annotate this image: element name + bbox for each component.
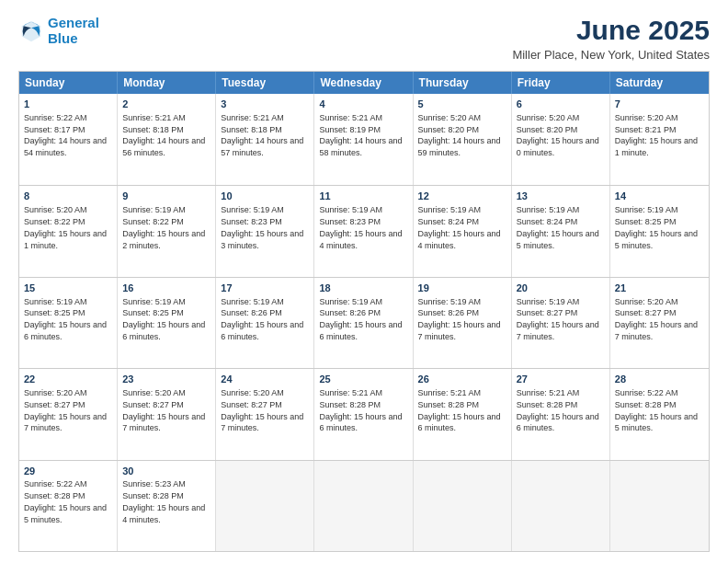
calendar-cell-7: 7Sunrise: 5:20 AMSunset: 8:21 PMDaylight… (610, 94, 709, 185)
weekday-monday: Monday (118, 72, 216, 94)
calendar-page: General Blue June 2025 Miller Place, New… (0, 0, 728, 563)
calendar-cell-5: 5Sunrise: 5:20 AMSunset: 8:20 PMDaylight… (414, 94, 512, 185)
calendar-cell-4: 4Sunrise: 5:21 AMSunset: 8:19 PMDaylight… (314, 94, 413, 185)
subtitle: Miller Place, New York, United States (512, 48, 710, 62)
main-title: June 2025 (512, 15, 710, 46)
calendar-cell-1: 1Sunrise: 5:22 AMSunset: 8:17 PMDaylight… (19, 94, 118, 185)
calendar-cell-empty (610, 461, 709, 551)
calendar-cell-8: 8Sunrise: 5:20 AMSunset: 8:22 PMDaylight… (19, 186, 118, 276)
calendar-row-1: 1Sunrise: 5:22 AMSunset: 8:17 PMDaylight… (19, 94, 709, 185)
weekday-sunday: Sunday (19, 72, 118, 94)
calendar: Sunday Monday Tuesday Wednesday Thursday… (18, 71, 710, 552)
calendar-header: Sunday Monday Tuesday Wednesday Thursday… (19, 72, 709, 94)
calendar-cell-9: 9Sunrise: 5:19 AMSunset: 8:22 PMDaylight… (118, 186, 216, 276)
calendar-row-3: 15Sunrise: 5:19 AMSunset: 8:25 PMDayligh… (19, 277, 709, 368)
header: General Blue June 2025 Miller Place, New… (18, 15, 710, 62)
calendar-body: 1Sunrise: 5:22 AMSunset: 8:17 PMDaylight… (19, 94, 709, 551)
calendar-cell-22: 22Sunrise: 5:20 AMSunset: 8:27 PMDayligh… (19, 369, 118, 459)
calendar-cell-13: 13Sunrise: 5:19 AMSunset: 8:24 PMDayligh… (512, 186, 610, 276)
calendar-cell-23: 23Sunrise: 5:20 AMSunset: 8:27 PMDayligh… (118, 369, 216, 459)
weekday-saturday: Saturday (610, 72, 709, 94)
weekday-wednesday: Wednesday (314, 72, 413, 94)
calendar-cell-14: 14Sunrise: 5:19 AMSunset: 8:25 PMDayligh… (610, 186, 709, 276)
calendar-cell-30: 30Sunrise: 5:23 AMSunset: 8:28 PMDayligh… (118, 461, 216, 551)
weekday-thursday: Thursday (414, 72, 512, 94)
calendar-cell-29: 29Sunrise: 5:22 AMSunset: 8:28 PMDayligh… (19, 461, 118, 551)
calendar-cell-24: 24Sunrise: 5:20 AMSunset: 8:27 PMDayligh… (216, 369, 314, 459)
calendar-cell-26: 26Sunrise: 5:21 AMSunset: 8:28 PMDayligh… (414, 369, 512, 459)
calendar-cell-20: 20Sunrise: 5:19 AMSunset: 8:27 PMDayligh… (512, 278, 610, 368)
calendar-cell-6: 6Sunrise: 5:20 AMSunset: 8:20 PMDaylight… (512, 94, 610, 185)
calendar-cell-15: 15Sunrise: 5:19 AMSunset: 8:25 PMDayligh… (19, 278, 118, 368)
calendar-cell-empty (314, 461, 413, 551)
calendar-cell-2: 2Sunrise: 5:21 AMSunset: 8:18 PMDaylight… (118, 94, 216, 185)
weekday-friday: Friday (512, 72, 610, 94)
calendar-cell-empty (512, 461, 610, 551)
calendar-cell-28: 28Sunrise: 5:22 AMSunset: 8:28 PMDayligh… (610, 369, 709, 459)
calendar-cell-empty (216, 461, 314, 551)
calendar-cell-11: 11Sunrise: 5:19 AMSunset: 8:23 PMDayligh… (314, 186, 413, 276)
calendar-cell-19: 19Sunrise: 5:19 AMSunset: 8:26 PMDayligh… (414, 278, 512, 368)
calendar-cell-25: 25Sunrise: 5:21 AMSunset: 8:28 PMDayligh… (314, 369, 413, 459)
calendar-cell-10: 10Sunrise: 5:19 AMSunset: 8:23 PMDayligh… (216, 186, 314, 276)
calendar-cell-empty (414, 461, 512, 551)
calendar-row-4: 22Sunrise: 5:20 AMSunset: 8:27 PMDayligh… (19, 368, 709, 459)
title-section: June 2025 Miller Place, New York, United… (512, 15, 710, 62)
calendar-cell-17: 17Sunrise: 5:19 AMSunset: 8:26 PMDayligh… (216, 278, 314, 368)
calendar-cell-27: 27Sunrise: 5:21 AMSunset: 8:28 PMDayligh… (512, 369, 610, 459)
calendar-cell-12: 12Sunrise: 5:19 AMSunset: 8:24 PMDayligh… (414, 186, 512, 276)
calendar-cell-16: 16Sunrise: 5:19 AMSunset: 8:25 PMDayligh… (118, 278, 216, 368)
logo-icon (18, 17, 44, 43)
weekday-tuesday: Tuesday (216, 72, 314, 94)
calendar-cell-18: 18Sunrise: 5:19 AMSunset: 8:26 PMDayligh… (314, 278, 413, 368)
calendar-row-2: 8Sunrise: 5:20 AMSunset: 8:22 PMDaylight… (19, 185, 709, 276)
calendar-cell-21: 21Sunrise: 5:20 AMSunset: 8:27 PMDayligh… (610, 278, 709, 368)
calendar-cell-3: 3Sunrise: 5:21 AMSunset: 8:18 PMDaylight… (216, 94, 314, 185)
logo: General Blue (18, 15, 99, 47)
logo-text: General Blue (48, 15, 99, 47)
calendar-row-5: 29Sunrise: 5:22 AMSunset: 8:28 PMDayligh… (19, 460, 709, 551)
